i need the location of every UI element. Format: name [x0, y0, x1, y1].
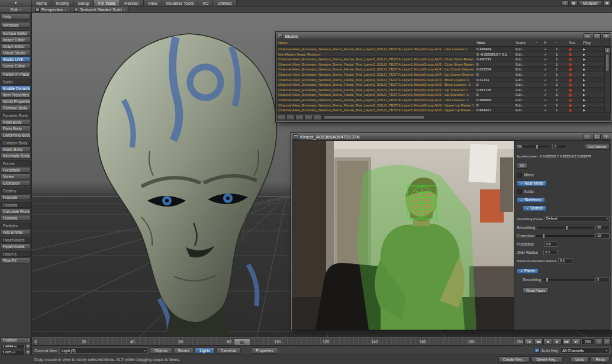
- channel-value[interactable]: 0: [476, 62, 513, 67]
- sidebar-item-rigid-body[interactable]: Rigid Body: [1, 119, 31, 125]
- active-checkbox[interactable]: ✓: [544, 98, 551, 103]
- sidebar-item-world-properties[interactable]: World Properties: [1, 98, 31, 104]
- active-checkbox[interactable]: ✓: [544, 108, 551, 113]
- sidebar-item-surface-editor[interactable]: Surface Editor: [1, 30, 31, 36]
- x-value[interactable]: 1.4844 m: [1, 344, 25, 349]
- channel-value[interactable]: 0: [476, 92, 513, 98]
- layout-icon[interactable]: ▦: [570, 1, 578, 6]
- jitter-radius-value[interactable]: 0.1: [543, 250, 558, 255]
- col-nodes[interactable]: Nodes: [516, 40, 536, 46]
- sidebar-item-flocking[interactable]: Flocking: [1, 215, 31, 221]
- horizontal-scrollbar[interactable]: [322, 115, 610, 120]
- correction-value[interactable]: 10: [595, 233, 610, 239]
- nodes-edit-button[interactable]: Edit...: [516, 72, 536, 78]
- channel-value[interactable]: 0.498464: [476, 47, 513, 52]
- channel-value[interactable]: 0: [476, 103, 513, 108]
- active-checkbox[interactable]: ✓: [544, 82, 551, 88]
- sidebar-item-forcefield[interactable]: Forcefield: [1, 167, 31, 173]
- near-mode-toggle[interactable]: ✓Near Mode: [517, 181, 547, 186]
- col-name[interactable]: Name: [278, 40, 474, 46]
- menu-modify[interactable]: Modify: [51, 0, 73, 6]
- transport-button[interactable]: ▶▶: [562, 339, 571, 345]
- sidebar-item-hypervoxels[interactable]: HyperVoxels: [1, 243, 31, 249]
- item-type-lights[interactable]: Lights: [195, 347, 214, 354]
- nodes-edit-button[interactable]: Edit...: [516, 92, 536, 98]
- channel-row[interactable]: Channel Alien_Emissary_Newton_Demo_Facia…: [276, 108, 611, 113]
- channel-row[interactable]: Channel Alien_Emissary_Newton_Demo_Facia…: [276, 82, 611, 88]
- nodes-edit-button[interactable]: Edit...: [516, 103, 536, 108]
- active-checkbox[interactable]: ✓: [544, 52, 551, 57]
- close-button[interactable]: ×: [603, 134, 610, 140]
- tilt-value[interactable]: 0: [552, 144, 566, 149]
- sidebar-item-calculate-flocks[interactable]: Calculate Flocks: [1, 208, 31, 214]
- channel-value[interactable]: 0.964417: [476, 108, 513, 113]
- channel-value[interactable]: 0.457725: [476, 88, 513, 93]
- view-mode-dropdown[interactable]: Perspective▾: [32, 7, 70, 12]
- col-value[interactable]: Value: [476, 40, 513, 46]
- item-type-cameras[interactable]: Cameras: [216, 347, 241, 354]
- menu-i-o[interactable]: I/O: [198, 0, 213, 6]
- playhead-handle[interactable]: 50: [234, 339, 250, 346]
- footer-button[interactable]: [286, 115, 295, 120]
- audio-checkbox[interactable]: [517, 189, 522, 194]
- shading-mode-dropdown[interactable]: Textured Shaded Solid▾: [70, 7, 129, 12]
- active-checkbox[interactable]: ✓: [544, 67, 551, 72]
- menu-utilities[interactable]: Utilities: [213, 0, 236, 6]
- scroll-thumb[interactable]: [605, 54, 610, 72]
- maximize-button[interactable]: □: [593, 134, 601, 140]
- item-type-bones[interactable]: Bones: [173, 347, 194, 354]
- nodes-edit-button[interactable]: Edit...: [516, 108, 536, 113]
- minimize-button[interactable]: –: [584, 134, 591, 140]
- sidebar-item-studio-live[interactable]: Studio LIVE: [1, 56, 31, 62]
- sidebar-item-parent-in-place[interactable]: Parent in Place: [1, 71, 31, 77]
- menu-view[interactable]: View: [144, 0, 162, 6]
- scroll-thumb[interactable]: [324, 115, 424, 120]
- read-faces-button[interactable]: Read Faces: [523, 288, 549, 294]
- properties-button[interactable]: Properties: [251, 347, 278, 354]
- delete-key-button[interactable]: Delete Key...: [532, 356, 563, 363]
- vertical-scrollbar[interactable]: ▲: [604, 47, 611, 113]
- nodes-edit-button[interactable]: Edit...: [516, 82, 536, 88]
- transform-mode-dropdown[interactable]: Position▾: [1, 337, 31, 343]
- active-checkbox[interactable]: ✓: [544, 57, 551, 62]
- mirror-checkbox[interactable]: [517, 173, 522, 178]
- active-checkbox[interactable]: ✓: [544, 78, 551, 83]
- sidebar-item-item-properties[interactable]: Item Properties: [1, 92, 31, 98]
- sidebar-item-visual-studio[interactable]: Visual Studio: [1, 50, 31, 56]
- auto-key-checkbox[interactable]: ✓: [534, 348, 540, 353]
- redo-button[interactable]: Redo: [591, 356, 610, 363]
- close-button[interactable]: ×: [603, 33, 610, 39]
- footer-button[interactable]: [304, 115, 313, 120]
- col-a[interactable]: A: [544, 40, 551, 46]
- channel-row[interactable]: ItemMotion Head_RotationX -0.0250813 Y 0…: [276, 52, 611, 57]
- smoothing-preset-dropdown[interactable]: Default▾: [545, 216, 610, 221]
- sidebar-item-help[interactable]: Help: [1, 14, 31, 20]
- play-button[interactable]: ▶: [583, 108, 591, 113]
- sidebar-item-kinematic-body[interactable]: Kinematic Body: [1, 153, 31, 159]
- channel-row[interactable]: Channel Alien_Emissary_Newton_Demo_Facia…: [276, 62, 611, 67]
- sidebar-item-parts-body[interactable]: Parts Body: [1, 125, 31, 131]
- channel-row[interactable]: Channel Alien_Emissary_Newton_Demo_Facia…: [276, 98, 611, 103]
- footer-button[interactable]: [295, 115, 304, 120]
- sidebar-item-scene-editor[interactable]: Scene Editor: [1, 63, 31, 69]
- app-menu-button[interactable]: ▾: [0, 0, 32, 6]
- active-checkbox[interactable]: ✓: [544, 103, 551, 108]
- sidebar-item-graph-editor[interactable]: Graph Editor: [1, 43, 31, 49]
- active-checkbox[interactable]: ✓: [544, 92, 551, 98]
- record-button[interactable]: [569, 108, 578, 113]
- footer-button[interactable]: [278, 115, 286, 120]
- channel-value[interactable]: 0.41741: [476, 78, 513, 83]
- menu-modeler-tools[interactable]: Modeler Tools: [162, 0, 199, 6]
- max-deviation-value[interactable]: 0.1: [558, 258, 572, 263]
- channel-row[interactable]: Channel Alien_Emissary_Newton_Demo_Facia…: [276, 57, 611, 62]
- sidebar-item-windows[interactable]: Windows: [1, 22, 31, 28]
- channel-row[interactable]: Channel Alien_Emissary_Newton_Demo_Facia…: [276, 92, 611, 98]
- minimize-button[interactable]: –: [584, 33, 591, 39]
- ir-button[interactable]: IR: [517, 163, 527, 169]
- channel-row[interactable]: Channel Alien_Emissary_Newton_Demo_Facia…: [276, 47, 611, 52]
- transport-button[interactable]: ▶: [553, 339, 562, 345]
- kinect-titlebar[interactable]: ▦ Kinect_A00366A06472137A – □ ×: [292, 133, 611, 141]
- footer-button[interactable]: [313, 115, 321, 120]
- sidebar-item-explosion[interactable]: Explosion: [1, 180, 31, 186]
- maximize-button[interactable]: □: [593, 33, 601, 39]
